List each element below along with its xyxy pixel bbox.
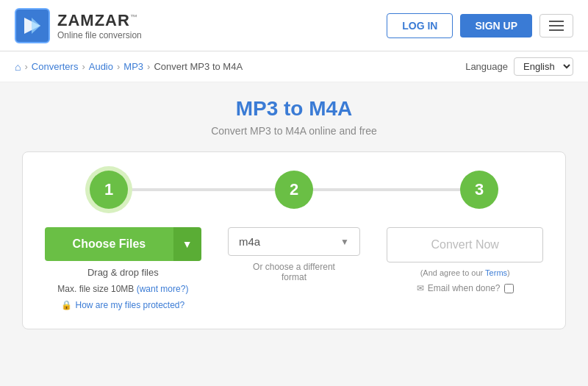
actions-row: Choose Files ▼ Drag & drop files Max. fi… [45, 227, 543, 310]
email-row: ✉ Email when done? [417, 283, 514, 293]
breadcrumb-audio[interactable]: Audio [89, 61, 113, 72]
page-title: MP3 to M4A [15, 97, 573, 121]
menu-button[interactable] [539, 14, 573, 37]
step3-area: Convert Now (And agree to our Terms) ✉ E… [387, 227, 543, 293]
breadcrumb-mp3[interactable]: MP3 [123, 61, 143, 72]
terms-text: (And agree to our Terms) [420, 268, 510, 277]
step-1-circle: 1 [90, 171, 128, 209]
step-3-circle: 3 [460, 171, 498, 209]
header: ZAMZAR™ Online file conversion LOG IN SI… [0, 0, 588, 51]
logo-text: ZAMZAR™ Online file conversion [57, 11, 142, 40]
breadcrumb-sep: › [147, 61, 150, 72]
breadcrumb-current: Convert MP3 to M4A [154, 61, 243, 72]
step2-area: m4a ▼ Or choose a different format [216, 227, 373, 282]
logo-area: ZAMZAR™ Online file conversion [15, 8, 142, 43]
logo-title: ZAMZAR™ [57, 11, 142, 30]
protected-link[interactable]: 🔒 How are my files protected? [61, 300, 184, 310]
terms-link[interactable]: Terms [485, 268, 507, 277]
svg-marker-1 [32, 18, 40, 34]
breadcrumb-bar: ⌂ › Converters › Audio › MP3 › Convert M… [0, 51, 588, 82]
language-area: Language English [465, 57, 573, 76]
choose-files-btn-wrap: Choose Files ▼ [45, 227, 201, 261]
logo-icon [15, 8, 50, 43]
logo-subtitle: Online file conversion [57, 30, 142, 40]
convert-now-button[interactable]: Convert Now [387, 227, 543, 262]
steps-row: 1 2 3 [45, 171, 543, 209]
lock-icon: 🔒 [61, 300, 72, 310]
step-line-1 [128, 188, 275, 191]
menu-line [549, 21, 564, 22]
signup-button[interactable]: SIGN UP [460, 14, 532, 37]
format-value: m4a [239, 235, 260, 248]
page-subtitle: Convert MP3 to M4A online and free [15, 125, 573, 137]
file-size-text: Max. file size 10MB (want more?) [57, 284, 188, 294]
login-button[interactable]: LOG IN [387, 13, 453, 38]
breadcrumb-sep: › [117, 61, 120, 72]
email-label: Email when done? [428, 283, 501, 293]
menu-line [549, 29, 564, 31]
want-more-link[interactable]: (want more?) [137, 284, 189, 294]
language-select[interactable]: English [514, 57, 573, 76]
email-checkbox[interactable] [504, 284, 514, 293]
step-2-circle: 2 [275, 171, 313, 209]
step-line-2 [313, 188, 460, 191]
header-actions: LOG IN SIGN UP [387, 13, 573, 38]
choose-files-dropdown-button[interactable]: ▼ [173, 227, 201, 261]
step1-area: Choose Files ▼ Drag & drop files Max. fi… [45, 227, 201, 310]
breadcrumb-converters[interactable]: Converters [32, 61, 79, 72]
breadcrumb-sep: › [24, 61, 27, 72]
format-select[interactable]: m4a ▼ [228, 227, 360, 256]
different-format-text: Or choose a different format [253, 262, 335, 282]
breadcrumb-sep: › [82, 61, 85, 72]
breadcrumb: ⌂ › Converters › Audio › MP3 › Convert M… [15, 61, 243, 73]
menu-line [549, 25, 564, 26]
choose-files-button[interactable]: Choose Files [45, 227, 173, 261]
email-icon: ✉ [417, 283, 424, 293]
conversion-card: 1 2 3 Choose Files ▼ Drag & drop files M… [22, 151, 566, 329]
home-icon[interactable]: ⌂ [15, 61, 21, 73]
drag-drop-text: Drag & drop files [87, 267, 159, 278]
format-dropdown-icon: ▼ [340, 237, 349, 247]
main-content: MP3 to M4A Convert MP3 to M4A online and… [0, 82, 588, 337]
language-label: Language [465, 61, 508, 72]
